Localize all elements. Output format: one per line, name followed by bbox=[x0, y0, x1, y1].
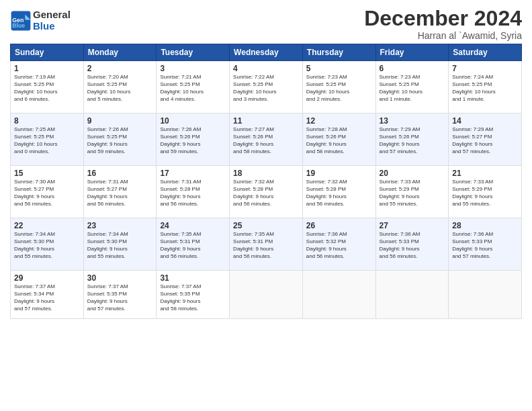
calendar-week-4: 22Sunrise: 7:34 AMSunset: 5:30 PMDayligh… bbox=[11, 218, 522, 271]
calendar-cell: 23Sunrise: 7:34 AMSunset: 5:30 PMDayligh… bbox=[83, 218, 157, 271]
day-header-friday: Friday bbox=[375, 44, 449, 61]
day-content: Sunrise: 7:22 AMSunset: 5:25 PMDaylight:… bbox=[233, 74, 299, 103]
calendar-cell: 5Sunrise: 7:23 AMSunset: 5:25 PMDaylight… bbox=[302, 61, 375, 113]
calendar-week-3: 15Sunrise: 7:30 AMSunset: 5:27 PMDayligh… bbox=[11, 166, 522, 218]
calendar-cell: 15Sunrise: 7:30 AMSunset: 5:27 PMDayligh… bbox=[11, 166, 84, 218]
day-number: 18 bbox=[233, 169, 299, 178]
location: Harran al `Awamid, Syria bbox=[364, 30, 522, 41]
calendar-week-5: 29Sunrise: 7:37 AMSunset: 5:34 PMDayligh… bbox=[11, 271, 522, 319]
day-content: Sunrise: 7:31 AMSunset: 5:27 PMDaylight:… bbox=[87, 179, 153, 208]
calendar-cell bbox=[230, 271, 303, 319]
day-content: Sunrise: 7:29 AMSunset: 5:27 PMDaylight:… bbox=[452, 126, 518, 155]
day-number: 31 bbox=[160, 273, 226, 283]
calendar-cell: 6Sunrise: 7:23 AMSunset: 5:25 PMDaylight… bbox=[375, 61, 449, 113]
calendar-cell: 28Sunrise: 7:36 AMSunset: 5:33 PMDayligh… bbox=[449, 218, 522, 271]
calendar-cell: 2Sunrise: 7:20 AMSunset: 5:25 PMDaylight… bbox=[83, 61, 157, 113]
day-number: 19 bbox=[306, 169, 372, 178]
day-number: 28 bbox=[452, 221, 518, 230]
day-number: 25 bbox=[233, 221, 299, 230]
calendar-cell: 12Sunrise: 7:28 AMSunset: 5:26 PMDayligh… bbox=[302, 113, 375, 166]
day-number: 3 bbox=[160, 64, 226, 73]
day-header-wednesday: Wednesday bbox=[230, 44, 303, 61]
day-header-saturday: Saturday bbox=[449, 44, 522, 61]
calendar-cell: 22Sunrise: 7:34 AMSunset: 5:30 PMDayligh… bbox=[11, 218, 84, 271]
day-number: 21 bbox=[452, 169, 518, 178]
day-number: 12 bbox=[306, 116, 372, 126]
day-content: Sunrise: 7:36 AMSunset: 5:33 PMDaylight:… bbox=[380, 231, 445, 260]
day-number: 7 bbox=[452, 64, 518, 73]
logo-blue: Blue bbox=[33, 20, 55, 32]
day-content: Sunrise: 7:23 AMSunset: 5:25 PMDaylight:… bbox=[306, 74, 372, 103]
day-number: 22 bbox=[14, 221, 80, 230]
day-content: Sunrise: 7:30 AMSunset: 5:27 PMDaylight:… bbox=[14, 179, 80, 208]
page-container: Gen Blue General Blue December 2024 Harr… bbox=[0, 0, 532, 324]
day-content: Sunrise: 7:25 AMSunset: 5:25 PMDaylight:… bbox=[14, 126, 80, 155]
day-content: Sunrise: 7:21 AMSunset: 5:25 PMDaylight:… bbox=[160, 74, 226, 103]
calendar-cell: 24Sunrise: 7:35 AMSunset: 5:31 PMDayligh… bbox=[157, 218, 230, 271]
calendar-cell: 4Sunrise: 7:22 AMSunset: 5:25 PMDaylight… bbox=[230, 61, 303, 113]
calendar-cell: 16Sunrise: 7:31 AMSunset: 5:27 PMDayligh… bbox=[83, 166, 157, 218]
calendar-cell: 25Sunrise: 7:35 AMSunset: 5:31 PMDayligh… bbox=[230, 218, 303, 271]
day-content: Sunrise: 7:27 AMSunset: 5:26 PMDaylight:… bbox=[233, 126, 299, 155]
day-content: Sunrise: 7:19 AMSunset: 5:25 PMDaylight:… bbox=[14, 74, 80, 103]
svg-text:Blue: Blue bbox=[12, 22, 25, 29]
calendar-cell bbox=[449, 271, 522, 319]
day-number: 29 bbox=[14, 273, 80, 283]
day-content: Sunrise: 7:20 AMSunset: 5:25 PMDaylight:… bbox=[87, 74, 153, 103]
day-number: 24 bbox=[160, 221, 226, 230]
calendar-cell: 14Sunrise: 7:29 AMSunset: 5:27 PMDayligh… bbox=[449, 113, 522, 166]
calendar-cell: 30Sunrise: 7:37 AMSunset: 5:35 PMDayligh… bbox=[83, 271, 157, 319]
day-number: 2 bbox=[87, 64, 153, 73]
day-content: Sunrise: 7:32 AMSunset: 5:28 PMDaylight:… bbox=[233, 179, 299, 208]
calendar-cell bbox=[302, 271, 375, 319]
calendar-cell: 13Sunrise: 7:29 AMSunset: 5:26 PMDayligh… bbox=[375, 113, 449, 166]
day-number: 14 bbox=[452, 116, 518, 126]
day-number: 27 bbox=[380, 221, 445, 230]
day-number: 23 bbox=[87, 221, 153, 230]
day-content: Sunrise: 7:37 AMSunset: 5:35 PMDaylight:… bbox=[87, 283, 153, 312]
day-content: Sunrise: 7:36 AMSunset: 5:32 PMDaylight:… bbox=[306, 231, 372, 260]
calendar-week-1: 1Sunrise: 7:19 AMSunset: 5:25 PMDaylight… bbox=[11, 61, 522, 113]
logo-icon: Gen Blue bbox=[10, 10, 32, 32]
calendar-header-row: SundayMondayTuesdayWednesdayThursdayFrid… bbox=[11, 44, 522, 61]
calendar-cell: 9Sunrise: 7:26 AMSunset: 5:25 PMDaylight… bbox=[83, 113, 157, 166]
calendar-cell: 26Sunrise: 7:36 AMSunset: 5:32 PMDayligh… bbox=[302, 218, 375, 271]
calendar-cell: 8Sunrise: 7:25 AMSunset: 5:25 PMDaylight… bbox=[11, 113, 84, 166]
day-content: Sunrise: 7:32 AMSunset: 5:28 PMDaylight:… bbox=[306, 179, 372, 208]
calendar-cell: 1Sunrise: 7:19 AMSunset: 5:25 PMDaylight… bbox=[11, 61, 84, 113]
day-header-thursday: Thursday bbox=[302, 44, 375, 61]
day-content: Sunrise: 7:35 AMSunset: 5:31 PMDaylight:… bbox=[233, 231, 299, 260]
day-number: 9 bbox=[87, 116, 153, 126]
day-number: 13 bbox=[380, 116, 445, 126]
day-number: 17 bbox=[160, 169, 226, 178]
day-number: 11 bbox=[233, 116, 299, 126]
day-content: Sunrise: 7:33 AMSunset: 5:29 PMDaylight:… bbox=[452, 179, 518, 208]
day-header-sunday: Sunday bbox=[11, 44, 84, 61]
calendar-cell: 18Sunrise: 7:32 AMSunset: 5:28 PMDayligh… bbox=[230, 166, 303, 218]
day-content: Sunrise: 7:28 AMSunset: 5:26 PMDaylight:… bbox=[306, 126, 372, 155]
title-block: December 2024 Harran al `Awamid, Syria bbox=[364, 7, 522, 41]
logo-general: General bbox=[33, 9, 71, 20]
calendar-cell: 11Sunrise: 7:27 AMSunset: 5:26 PMDayligh… bbox=[230, 113, 303, 166]
day-number: 16 bbox=[87, 169, 153, 178]
calendar-week-2: 8Sunrise: 7:25 AMSunset: 5:25 PMDaylight… bbox=[11, 113, 522, 166]
day-header-monday: Monday bbox=[83, 44, 157, 61]
day-number: 4 bbox=[233, 64, 299, 73]
calendar-cell: 3Sunrise: 7:21 AMSunset: 5:25 PMDaylight… bbox=[157, 61, 230, 113]
day-content: Sunrise: 7:33 AMSunset: 5:29 PMDaylight:… bbox=[380, 179, 445, 208]
calendar-cell: 20Sunrise: 7:33 AMSunset: 5:29 PMDayligh… bbox=[375, 166, 449, 218]
logo: Gen Blue General Blue bbox=[10, 9, 71, 32]
calendar-cell: 17Sunrise: 7:31 AMSunset: 5:28 PMDayligh… bbox=[157, 166, 230, 218]
day-content: Sunrise: 7:37 AMSunset: 5:34 PMDaylight:… bbox=[14, 283, 80, 312]
calendar-cell bbox=[375, 271, 449, 319]
calendar-cell: 21Sunrise: 7:33 AMSunset: 5:29 PMDayligh… bbox=[449, 166, 522, 218]
day-content: Sunrise: 7:29 AMSunset: 5:26 PMDaylight:… bbox=[380, 126, 445, 155]
calendar-cell: 31Sunrise: 7:37 AMSunset: 5:35 PMDayligh… bbox=[157, 271, 230, 319]
calendar-body: 1Sunrise: 7:19 AMSunset: 5:25 PMDaylight… bbox=[11, 61, 522, 319]
day-content: Sunrise: 7:35 AMSunset: 5:31 PMDaylight:… bbox=[160, 231, 226, 260]
calendar-table: SundayMondayTuesdayWednesdayThursdayFrid… bbox=[10, 44, 522, 319]
calendar-cell: 27Sunrise: 7:36 AMSunset: 5:33 PMDayligh… bbox=[375, 218, 449, 271]
day-number: 15 bbox=[14, 169, 80, 178]
calendar-cell: 10Sunrise: 7:26 AMSunset: 5:26 PMDayligh… bbox=[157, 113, 230, 166]
day-content: Sunrise: 7:36 AMSunset: 5:33 PMDaylight:… bbox=[452, 231, 518, 260]
